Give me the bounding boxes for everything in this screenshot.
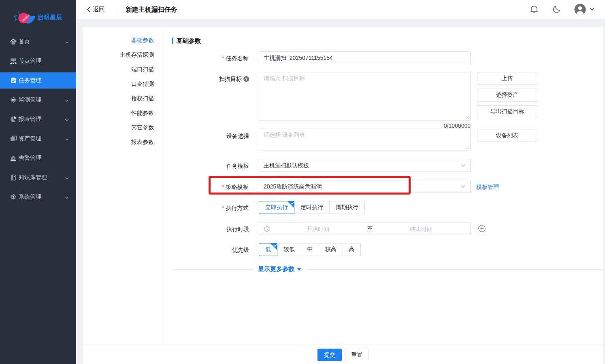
svg-text:?: ? xyxy=(245,77,247,81)
